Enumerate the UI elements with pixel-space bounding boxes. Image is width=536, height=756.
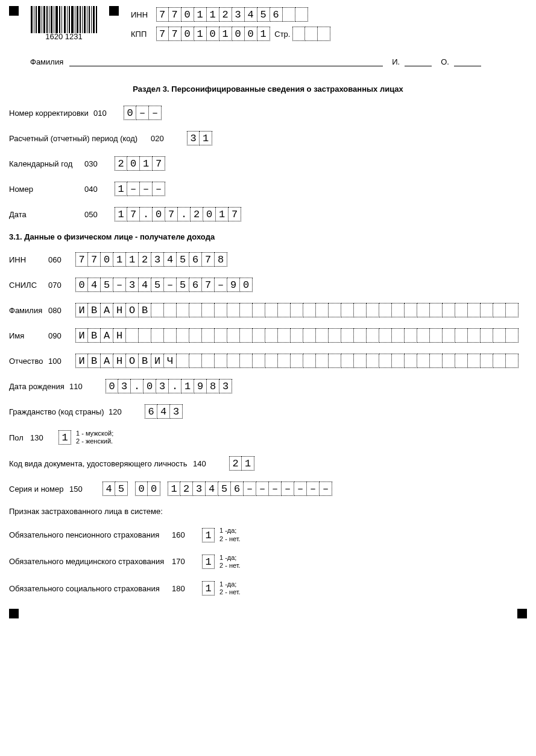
field-row-170: Обязательного медицинского страхования17…: [9, 554, 527, 570]
cell: И: [151, 354, 164, 368]
cell: [177, 303, 189, 317]
cell: [506, 303, 519, 317]
cell: 0: [135, 481, 148, 496]
cell: [392, 328, 405, 343]
field-row-060: ИНН060770112345678: [9, 252, 527, 267]
cell: –: [153, 182, 165, 196]
svg-rect-2: [36, 6, 37, 33]
cell: [253, 328, 265, 343]
cell: [316, 303, 329, 317]
field-row-140: Код вида документа, удостоверяющего личн…: [9, 456, 527, 471]
cell: [227, 303, 240, 317]
cell: 1: [58, 430, 71, 445]
cell: [341, 303, 354, 317]
cell: 0: [101, 252, 113, 267]
svg-rect-20: [82, 6, 83, 33]
page-cells: [292, 27, 330, 41]
cell: [202, 303, 215, 317]
cell: [215, 354, 227, 368]
cell: [493, 303, 506, 317]
svg-rect-17: [75, 6, 75, 33]
cell: –: [140, 182, 153, 196]
svg-rect-15: [69, 6, 70, 33]
cell: 1: [219, 27, 232, 41]
cell: 6: [231, 481, 244, 496]
cell: [468, 354, 481, 368]
cell: –: [113, 278, 126, 292]
cell: 1: [202, 528, 215, 542]
cell: 0: [106, 379, 118, 393]
cell: 2: [180, 481, 193, 496]
cell: [305, 27, 318, 41]
field-row-080: Фамилия080ИВАНОВ: [9, 303, 527, 317]
cell: 3: [118, 379, 131, 393]
cell: [292, 27, 305, 41]
cell: 1: [194, 27, 207, 41]
cell: –: [149, 106, 162, 120]
cell: [341, 328, 354, 343]
cell: 3: [187, 131, 200, 145]
hint: 1 -да;2 - нет.: [219, 580, 241, 596]
field-row-150: Серия и номер1504500123456–––––––: [9, 481, 527, 496]
cell: 2: [139, 252, 151, 267]
cell: 1: [216, 207, 229, 221]
cell: [303, 328, 316, 343]
cell: 6: [189, 278, 202, 292]
cell: 1: [242, 456, 254, 471]
cell: В: [139, 303, 151, 317]
cell: [177, 354, 189, 368]
cell: .: [140, 207, 153, 221]
cell: [295, 7, 308, 22]
hint: 1 -да;2 - нет.: [219, 554, 241, 570]
cell: 0: [124, 106, 136, 120]
cell: [379, 328, 392, 343]
cell: 0: [181, 7, 194, 22]
cell: [481, 303, 493, 317]
field-row-050: Дата05017.07.2017: [9, 207, 527, 221]
cell: 9: [227, 278, 240, 292]
cell: [506, 328, 519, 343]
cell: И: [75, 303, 88, 317]
kpp-cells: 770101001: [156, 27, 270, 41]
cell: [189, 354, 202, 368]
cell: [430, 303, 443, 317]
cell: [329, 303, 341, 317]
cell: [215, 303, 227, 317]
cell: 6: [189, 252, 202, 267]
field-row-100: Отчество100ИВАНОВИЧ: [9, 354, 527, 368]
kpp-label: КПП: [131, 30, 154, 39]
field-row-070: СНИЛС070045–345–567–90: [9, 278, 527, 292]
footer-markers: [9, 609, 527, 618]
svg-rect-9: [54, 6, 54, 33]
field-row-090: Имя090ИВАН: [9, 328, 527, 343]
cell: 7: [169, 7, 181, 22]
cell: [202, 328, 215, 343]
cell: [417, 303, 430, 317]
field-row-010: Номер корректировки0100––: [9, 106, 527, 120]
cell: В: [88, 303, 101, 317]
cell: [367, 328, 379, 343]
cell: [278, 328, 291, 343]
cell: 1: [181, 379, 194, 393]
kpp-row: КПП 770101001 Стр.: [131, 27, 330, 41]
cell: 5: [177, 252, 189, 267]
cell: –: [244, 481, 256, 496]
cell: 5: [151, 278, 164, 292]
cell: [405, 303, 417, 317]
cell: 7: [169, 27, 181, 41]
cell: [253, 354, 265, 368]
initial-o-underline: [454, 56, 481, 66]
cell: 2: [229, 456, 242, 471]
cell: [316, 328, 329, 343]
cell: 7: [156, 27, 169, 41]
cell: [278, 354, 291, 368]
cell: 0: [203, 207, 216, 221]
cell: 5: [218, 481, 231, 496]
svg-rect-18: [77, 6, 78, 33]
cell: 7: [156, 7, 169, 22]
svg-rect-22: [87, 6, 87, 33]
cell: 2: [219, 7, 232, 22]
cell: –: [256, 481, 269, 496]
cell: [215, 328, 227, 343]
initial-o-label: О.: [441, 57, 449, 66]
